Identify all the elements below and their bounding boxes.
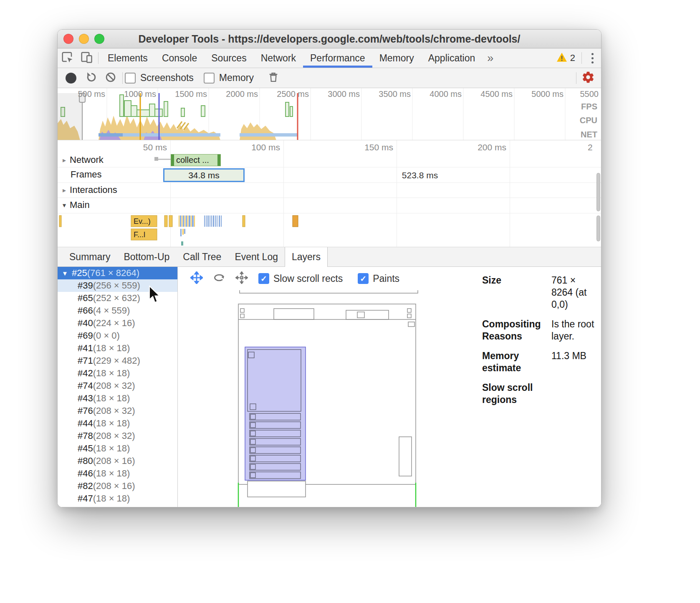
tab-performance[interactable]: Performance — [303, 48, 372, 68]
screenshots-checkbox[interactable]: Screenshots — [125, 72, 194, 84]
layer-tree-item[interactable]: #43 (18 × 18) — [58, 392, 177, 405]
network-track-header[interactable]: ▸ Network — [63, 153, 104, 167]
layer-tree-item[interactable]: #66 (4 × 559) — [58, 304, 177, 317]
tab-summary[interactable]: Summary — [63, 247, 117, 266]
main-track-label: Main — [70, 200, 90, 210]
tab-memory[interactable]: Memory — [372, 48, 421, 68]
tab-sources[interactable]: Sources — [204, 48, 253, 68]
layer-tree-item[interactable]: #80 (208 × 16) — [58, 455, 177, 467]
layer-tree-item[interactable]: #76 (208 × 32) — [58, 405, 177, 417]
frame-next[interactable]: 523.8 ms — [378, 168, 462, 182]
devtools-tabbar: Elements Console Sources Network Perform… — [58, 48, 601, 68]
row-divider — [58, 182, 601, 183]
inspect-cursor-icon — [61, 51, 73, 65]
layer-size: (18 × 18) — [93, 393, 130, 404]
pan-mode-button[interactable] — [187, 269, 206, 288]
layer-id: #41 — [78, 343, 93, 354]
reset-view-button[interactable] — [232, 269, 251, 288]
separator — [122, 72, 123, 84]
detail-label-size: Size — [482, 274, 545, 311]
ruler-tick: 100 ms — [226, 142, 280, 152]
frames-track-label: Frames — [71, 169, 102, 180]
expander-icon[interactable]: ▼ — [62, 270, 72, 277]
layer-details-pane: Size 761 × 8264 (at 0,0) Compositing Rea… — [474, 267, 601, 507]
devtools-window: Developer Tools - https://developers.goo… — [57, 29, 601, 507]
slow-scroll-rects-checkbox[interactable]: Slow scroll rects — [258, 273, 343, 284]
layer-tree-item[interactable]: #82 (208 × 16) — [58, 480, 177, 492]
layer-id: #40 — [78, 318, 93, 329]
layer-tree-item[interactable]: #44 (18 × 18) — [58, 417, 177, 430]
layer-tree-item[interactable]: ▼ #25 (761 × 8264) — [58, 267, 177, 279]
vertical-scrollbar[interactable] — [596, 173, 600, 211]
device-toolbar-button[interactable] — [77, 48, 96, 68]
layer-tree-item[interactable]: #45 (18 × 18) — [58, 442, 177, 455]
tab-console[interactable]: Console — [155, 48, 204, 68]
frame-selected[interactable]: 34.8 ms — [163, 168, 245, 182]
reload-icon — [85, 71, 98, 85]
window-titlebar: Developer Tools - https://developers.goo… — [58, 30, 601, 48]
layer-tree-item[interactable]: #40 (224 × 16) — [58, 317, 177, 329]
layer-id: #69 — [78, 330, 93, 341]
gear-icon — [581, 71, 595, 86]
network-request-bar[interactable]: collect ... — [171, 154, 221, 166]
frame-duration: 523.8 ms — [402, 170, 438, 180]
layer-tree-item[interactable]: #71 (229 × 482) — [58, 355, 177, 367]
layer-size: (18 × 18) — [93, 343, 130, 354]
more-tabs-button[interactable]: » — [482, 52, 498, 65]
layer-tree-item[interactable]: #46 (18 × 18) — [58, 467, 177, 480]
layer-tree-item[interactable]: #74 (208 × 32) — [58, 380, 177, 392]
checkbox-checked-icon — [358, 273, 369, 284]
close-button[interactable] — [63, 34, 73, 44]
layer-size: (18 × 18) — [93, 368, 130, 379]
paints-checkbox[interactable]: Paints — [358, 273, 399, 284]
tab-event-log[interactable]: Event Log — [228, 247, 285, 266]
zoom-button[interactable] — [94, 34, 104, 44]
clear-recording-button[interactable] — [101, 68, 120, 88]
disclosure-collapsed-icon: ▸ — [63, 156, 66, 164]
tab-elements[interactable]: Elements — [101, 48, 155, 68]
layer-id: #76 — [78, 405, 93, 416]
inspect-element-button[interactable] — [58, 48, 77, 68]
record-button[interactable] — [66, 73, 76, 84]
minimize-button[interactable] — [79, 34, 89, 44]
layer-tree-item[interactable]: #47 (18 × 18) — [58, 492, 177, 505]
interactions-track-header[interactable]: ▸ Interactions — [63, 183, 117, 197]
layer-size: (18 × 18) — [93, 468, 130, 479]
ruler-tick: 2 — [588, 142, 599, 152]
window-title: Developer Tools - https://developers.goo… — [139, 33, 521, 45]
layer-tree-item[interactable]: #65 (252 × 632) — [58, 292, 177, 304]
garbage-collect-button[interactable] — [264, 68, 283, 88]
capture-settings-button[interactable] — [579, 68, 598, 88]
layer-tree-item[interactable]: #39 (256 × 559) — [58, 279, 177, 292]
layer-id: #74 — [78, 380, 93, 391]
checkbox-unchecked-icon — [204, 73, 215, 84]
reload-and-profile-button[interactable] — [82, 68, 101, 88]
overview-tick: 2500 ms — [263, 89, 309, 99]
layer-tree-item[interactable]: #78 (208 × 32) — [58, 430, 177, 442]
layer-tree-item[interactable]: #41 (18 × 18) — [58, 342, 177, 355]
vertical-scrollbar[interactable] — [596, 215, 600, 241]
main-track-header[interactable]: ▾ Main — [63, 198, 90, 212]
layer-tree-item[interactable]: #42 (18 × 18) — [58, 367, 177, 380]
layer-size: (18 × 18) — [93, 493, 130, 504]
separator — [581, 52, 582, 64]
tab-application[interactable]: Application — [421, 48, 483, 68]
layer-id: #47 — [78, 493, 93, 504]
details-tabbar: Summary Bottom-Up Call Tree Event Log La… — [58, 247, 601, 267]
tab-network[interactable]: Network — [254, 48, 303, 68]
layer-tree-item[interactable]: #69 (0 × 0) — [58, 329, 177, 342]
console-warnings-badge[interactable]: 2 — [552, 52, 579, 64]
memory-checkbox[interactable]: Memory — [204, 72, 254, 84]
layers-3d-viewport[interactable] — [178, 290, 474, 507]
layer-id: #82 — [78, 481, 93, 492]
rotate-mode-button[interactable] — [210, 269, 228, 288]
desktop: Developer Tools - https://developers.goo… — [0, 0, 700, 603]
main-flame-chart[interactable]: Ev...) F...l — [58, 213, 596, 247]
layer-size: (18 × 18) — [93, 443, 130, 454]
tab-bottom-up[interactable]: Bottom-Up — [117, 247, 176, 266]
detail-value-compositing-reasons: Is the root layer. — [551, 318, 595, 342]
tab-call-tree[interactable]: Call Tree — [176, 247, 228, 266]
timeline-overview[interactable]: 500 ms 1000 ms 1500 ms 2000 ms 2500 ms 3… — [58, 88, 601, 140]
tab-layers[interactable]: Layers — [285, 247, 328, 267]
menu-kebab-button[interactable] — [584, 53, 601, 63]
